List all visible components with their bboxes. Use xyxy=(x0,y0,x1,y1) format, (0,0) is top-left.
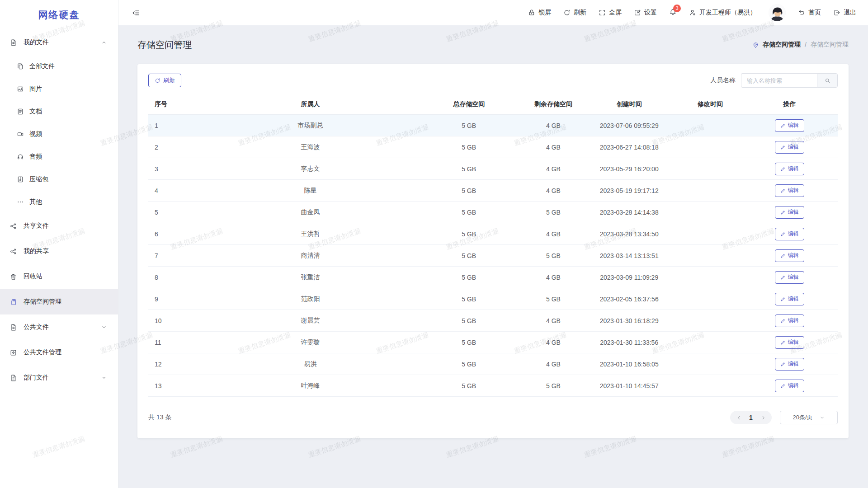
chevron-down-icon xyxy=(101,375,107,381)
cell-owner: 陈星 xyxy=(210,180,410,202)
next-page-button[interactable] xyxy=(757,411,769,424)
fullscreen-icon xyxy=(599,9,606,16)
cell-actions: 编辑 xyxy=(741,375,838,397)
sidebar-item-9[interactable]: 我的共享 xyxy=(0,239,118,264)
edit-button[interactable]: 编辑 xyxy=(775,314,804,327)
user-menu[interactable]: 开发工程师（易洪） xyxy=(689,9,756,17)
exit-icon xyxy=(833,9,840,16)
column-header: 创建时间 xyxy=(579,95,679,115)
cell-modified xyxy=(679,223,741,245)
edit-button[interactable]: 编辑 xyxy=(775,271,804,284)
edit-button[interactable]: 编辑 xyxy=(775,206,804,219)
edit-button[interactable]: 编辑 xyxy=(775,228,804,240)
edit-button[interactable]: 编辑 xyxy=(775,358,804,371)
ellipsis-icon xyxy=(17,198,24,206)
edit-button[interactable]: 编辑 xyxy=(775,119,804,132)
sidebar-item-5[interactable]: 音频 xyxy=(0,145,118,168)
menu-fold-icon[interactable] xyxy=(132,9,140,17)
settings-button[interactable]: 设置 xyxy=(634,9,657,17)
table-row: 1市场副总5 GB4 GB2023-07-06 09:55:29编辑 xyxy=(148,115,838,136)
table-row: 5曲金凤5 GB5 GB2023-03-28 14:14:38编辑 xyxy=(148,202,838,223)
cell-actions: 编辑 xyxy=(741,332,838,353)
search-input[interactable] xyxy=(741,73,817,88)
avatar[interactable] xyxy=(769,4,786,21)
sidebar-item-0[interactable]: 我的文件 xyxy=(0,30,118,55)
cell-no: 13 xyxy=(148,375,210,397)
document-icon xyxy=(9,39,17,47)
pencil-icon xyxy=(780,166,786,172)
refresh-button[interactable]: 刷新 xyxy=(563,9,586,17)
edit-button-label: 编辑 xyxy=(788,187,799,194)
cell-free: 4 GB xyxy=(528,180,579,202)
sidebar-item-label: 共享文件 xyxy=(24,222,49,230)
edit-button[interactable]: 编辑 xyxy=(775,336,804,349)
cell-modified xyxy=(679,310,741,332)
edit-button-label: 编辑 xyxy=(788,338,799,346)
share-icon xyxy=(9,248,17,255)
cell-modified xyxy=(679,136,741,158)
cell-total: 5 GB xyxy=(410,202,528,223)
edit-button[interactable]: 编辑 xyxy=(775,141,804,154)
search-button[interactable] xyxy=(817,73,838,88)
edit-button[interactable]: 编辑 xyxy=(775,293,804,305)
edit-button[interactable]: 编辑 xyxy=(775,163,804,175)
home-label: 首页 xyxy=(808,9,821,17)
notifications-button[interactable]: 3 xyxy=(669,8,677,18)
sidebar-item-3[interactable]: 文档 xyxy=(0,100,118,123)
current-page[interactable]: 1 xyxy=(745,414,757,421)
pencil-icon xyxy=(780,275,786,280)
cell-created: 2023-01-10 16:58:05 xyxy=(579,353,679,375)
cell-actions: 编辑 xyxy=(741,288,838,310)
sidebar-item-11[interactable]: 存储空间管理 xyxy=(0,289,118,314)
sidebar-item-7[interactable]: 其他 xyxy=(0,191,118,213)
sidebar-item-4[interactable]: 视频 xyxy=(0,123,118,145)
breadcrumb-item-current: 存储空间管理 xyxy=(811,41,849,49)
sidebar-item-label: 图片 xyxy=(29,85,42,93)
sidebar-item-6[interactable]: 压缩包 xyxy=(0,168,118,191)
sidebar-item-14[interactable]: 部门文件 xyxy=(0,365,118,390)
sidebar-nav: 我的文件全部文件图片文档视频音频压缩包其他共享文件我的共享回收站存储空间管理公共… xyxy=(0,30,118,390)
pager: 1 xyxy=(730,411,772,424)
edit-button[interactable]: 编辑 xyxy=(775,249,804,262)
cell-free: 4 GB xyxy=(528,267,579,288)
breadcrumb-item-root[interactable]: 存储空间管理 xyxy=(763,41,801,49)
sidebar-item-8[interactable]: 共享文件 xyxy=(0,213,118,239)
cell-owner: 叶海峰 xyxy=(210,375,410,397)
edit-button[interactable]: 编辑 xyxy=(775,184,804,197)
sidebar-item-13[interactable]: 公共文件管理 xyxy=(0,340,118,365)
pencil-icon xyxy=(780,383,786,389)
cell-created: 2023-01-10 14:45:57 xyxy=(579,375,679,397)
sidebar-item-label: 公共文件 xyxy=(24,323,49,331)
sidebar-item-12[interactable]: 公共文件 xyxy=(0,314,118,340)
logout-button[interactable]: 退出 xyxy=(833,9,856,17)
sidebar-item-10[interactable]: 回收站 xyxy=(0,264,118,289)
share-icon xyxy=(9,222,17,230)
table-refresh-label: 刷新 xyxy=(163,76,175,84)
page-size-select[interactable]: 20条/页 xyxy=(780,411,838,424)
prev-page-button[interactable] xyxy=(733,411,745,424)
headphones-icon xyxy=(17,153,24,160)
table-refresh-button[interactable]: 刷新 xyxy=(148,74,181,87)
cell-free: 5 GB xyxy=(528,288,579,310)
cell-modified xyxy=(679,288,741,310)
sidebar-item-2[interactable]: 图片 xyxy=(0,78,118,100)
sidebar-item-1[interactable]: 全部文件 xyxy=(0,55,118,78)
column-header: 序号 xyxy=(148,95,210,115)
cell-modified xyxy=(679,115,741,136)
fullscreen-button[interactable]: 全屏 xyxy=(599,9,622,17)
pagination: 1 20条/页 xyxy=(730,411,838,424)
edit-button-label: 编辑 xyxy=(788,143,799,151)
lock-screen-button[interactable]: 锁屏 xyxy=(528,9,551,17)
cell-actions: 编辑 xyxy=(741,202,838,223)
home-button[interactable]: 首页 xyxy=(798,9,821,17)
cell-modified xyxy=(679,353,741,375)
cell-no: 8 xyxy=(148,267,210,288)
pencil-icon xyxy=(780,296,786,302)
document-icon xyxy=(9,324,17,331)
cell-no: 10 xyxy=(148,310,210,332)
sidebar-item-label: 回收站 xyxy=(24,272,42,281)
sidebar-item-label: 文档 xyxy=(29,108,42,116)
edit-button[interactable]: 编辑 xyxy=(775,380,804,392)
cell-no: 2 xyxy=(148,136,210,158)
pencil-icon xyxy=(780,231,786,237)
